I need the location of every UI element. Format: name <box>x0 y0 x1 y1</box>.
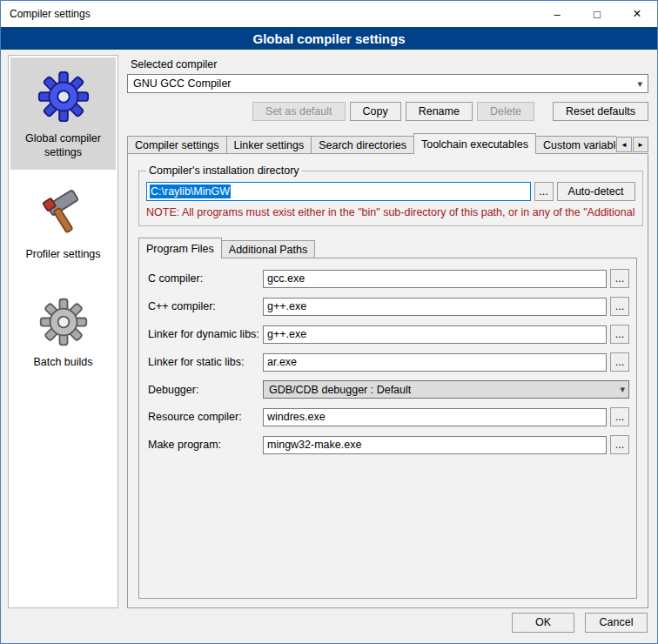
tab-additional-paths[interactable]: Additional Paths <box>221 240 315 258</box>
ok-button[interactable]: OK <box>512 613 574 633</box>
tab-custom-variables[interactable]: Custom variables <box>535 136 616 154</box>
make-program-label: Make program: <box>148 439 259 451</box>
tab-scroll-buttons: ◄ ► <box>616 137 648 154</box>
linker-dynamic-label: Linker for dynamic libs: <box>148 328 259 340</box>
copy-button[interactable]: Copy <box>350 102 401 121</box>
installation-directory-input[interactable]: C:\raylib\MinGW <box>146 182 531 201</box>
dialog-footer: OK Cancel <box>1 608 657 643</box>
tab-linker-settings[interactable]: Linker settings <box>226 136 312 154</box>
gear-blue-icon <box>37 70 91 124</box>
rename-button[interactable]: Rename <box>406 102 473 121</box>
field-row-cpp-compiler: C++ compiler: ... <box>148 297 629 316</box>
field-row-linker-static: Linker for static libs: ... <box>148 352 629 372</box>
cancel-button[interactable]: Cancel <box>585 613 648 633</box>
set-as-default-button: Set as default <box>252 102 345 121</box>
cpp-compiler-label: C++ compiler: <box>148 300 259 312</box>
linker-dynamic-input[interactable] <box>263 325 607 344</box>
resource-compiler-label: Resource compiler: <box>148 411 259 423</box>
make-program-browse-button[interactable]: ... <box>610 435 629 454</box>
minimize-button[interactable]: – <box>537 1 577 27</box>
c-compiler-input[interactable] <box>263 270 607 288</box>
auto-detect-button[interactable]: Auto-detect <box>557 182 635 201</box>
field-row-make-program: Make program: ... <box>148 435 629 454</box>
tab-scroll-left-icon: ◄ <box>621 141 628 149</box>
make-program-input[interactable] <box>263 436 607 454</box>
tab-compiler-settings[interactable]: Compiler settings <box>127 136 227 154</box>
c-compiler-browse-button[interactable]: ... <box>610 269 629 288</box>
field-row-resource-compiler: Resource compiler: ... <box>148 407 629 426</box>
maximize-button[interactable]: □ <box>577 1 617 27</box>
sidebar-item-label: Batch builds <box>33 356 92 370</box>
sidebar-item-batch-builds[interactable]: Batch builds <box>10 285 116 380</box>
titlebar: Compiler settings – □ × <box>1 1 657 27</box>
chevron-down-icon: ▾ <box>620 384 625 395</box>
field-row-debugger: Debugger: GDB/CDB debugger : Default ▾ <box>148 380 629 399</box>
dialog-body: Global compiler settings Profiler settin… <box>1 50 657 608</box>
main-content: Selected compiler GNU GCC Compiler ▾ Set… <box>127 55 650 608</box>
linker-static-label: Linker for static libs: <box>148 356 259 368</box>
compiler-buttons: Set as default Copy Rename Delete Reset … <box>127 102 648 121</box>
window-title: Compiler settings <box>1 8 537 20</box>
selected-compiler-label: Selected compiler <box>131 58 648 70</box>
profiler-icon <box>38 189 89 239</box>
resource-compiler-input[interactable] <box>263 408 607 426</box>
installation-directory-row: C:\raylib\MinGW ... Auto-detect <box>146 182 635 201</box>
close-icon: × <box>633 6 641 22</box>
compiler-select[interactable]: GNU GCC Compiler ▾ <box>127 74 648 93</box>
tab-program-files[interactable]: Program Files <box>138 238 222 258</box>
compiler-select-value: GNU GCC Compiler <box>133 77 635 90</box>
sidebar: Global compiler settings Profiler settin… <box>8 55 118 608</box>
tab-search-directories[interactable]: Search directories <box>311 136 414 154</box>
compiler-settings-window: Compiler settings – □ × Global compiler … <box>0 0 658 644</box>
bin-subdirectory-note: NOTE: All programs must exist either in … <box>146 206 635 218</box>
installation-directory-group: Compiler's installation directory C:\ray… <box>138 164 643 226</box>
linker-static-input[interactable] <box>263 353 607 372</box>
debugger-label: Debugger: <box>148 384 259 396</box>
resource-compiler-browse-button[interactable]: ... <box>610 407 629 426</box>
sidebar-item-global-compiler-settings[interactable]: Global compiler settings <box>10 57 116 170</box>
dialog-header: Global compiler settings <box>1 27 657 50</box>
settings-tabs: Compiler settings Linker settings Search… <box>127 133 616 154</box>
tab-scroll-right-button[interactable]: ► <box>633 137 648 152</box>
delete-button: Delete <box>477 102 534 121</box>
minimize-icon: – <box>554 8 560 21</box>
chevron-down-icon: ▾ <box>635 78 644 90</box>
maximize-icon: □ <box>594 8 601 21</box>
tab-scroll-left-button[interactable]: ◄ <box>616 137 632 152</box>
close-button[interactable]: × <box>617 1 657 27</box>
cpp-compiler-browse-button[interactable]: ... <box>610 297 629 316</box>
installation-directory-browse-button[interactable]: ... <box>534 182 554 201</box>
c-compiler-label: C compiler: <box>148 272 259 285</box>
sidebar-item-label: Profiler settings <box>25 248 100 262</box>
installation-directory-value: C:\raylib\MinGW <box>150 184 231 198</box>
program-files-tabbar: Program Files Additional Paths <box>137 238 639 258</box>
settings-tabbar: Compiler settings Linker settings Search… <box>127 133 648 154</box>
linker-static-browse-button[interactable]: ... <box>610 352 629 372</box>
debugger-select-value: GDB/CDB debugger : Default <box>269 384 620 396</box>
sidebar-item-profiler-settings[interactable]: Profiler settings <box>10 177 116 272</box>
field-row-c-compiler: C compiler: ... <box>148 269 629 288</box>
field-row-linker-dynamic: Linker for dynamic libs: ... <box>148 325 629 344</box>
installation-directory-legend: Compiler's installation directory <box>146 164 302 177</box>
gear-gray-icon <box>38 297 89 347</box>
cpp-compiler-input[interactable] <box>263 298 607 316</box>
program-files-panel: C compiler: ... C++ compiler: ... Linker… <box>138 258 637 599</box>
tab-toolchain-executables[interactable]: Toolchain executables <box>413 133 536 154</box>
reset-defaults-button[interactable]: Reset defaults <box>553 102 648 121</box>
toolchain-panel: Compiler's installation directory C:\ray… <box>127 153 648 608</box>
window-controls: – □ × <box>537 1 657 27</box>
tab-scroll-right-icon: ► <box>637 141 644 149</box>
linker-dynamic-browse-button[interactable]: ... <box>610 325 629 344</box>
sidebar-item-label: Global compiler settings <box>14 132 112 159</box>
debugger-select[interactable]: GDB/CDB debugger : Default ▾ <box>263 380 629 399</box>
